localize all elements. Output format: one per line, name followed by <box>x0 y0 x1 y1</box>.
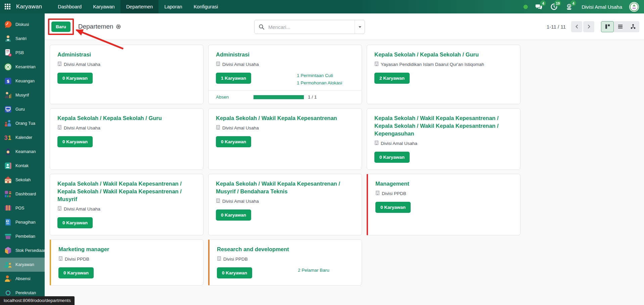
department-card-body: Kepala Sekolah / Wakil Kepala Kepesantre… <box>209 109 362 169</box>
kanban-view-button[interactable] <box>601 21 614 32</box>
gear-icon[interactable] <box>116 24 121 30</box>
department-card[interactable]: Kepala Sekolah / Wakil Kepala Kepesantre… <box>208 174 362 235</box>
sidebar-item-label: Stok Persediaan <box>15 248 45 253</box>
sidebar-item-keamanan[interactable]: Keamanan <box>0 145 45 159</box>
sidebar-item-pembelian[interactable]: Pembelian <box>0 229 45 243</box>
sidebar-item-penagihan[interactable]: $Penagihan <box>0 215 45 229</box>
page-title: Departemen <box>78 23 113 30</box>
department-company: Yayasan Pendidikan Islam Daarul Qur'an I… <box>374 62 513 67</box>
department-card[interactable]: Marketing managerDivisi PPDB0 Karyawan <box>50 239 203 285</box>
department-card[interactable]: Kepala Sekolah / Wakil Kepala Kepesantre… <box>208 108 362 170</box>
department-name[interactable]: Kepala Sekolah / Wakil Kepala Kepesantre… <box>216 114 354 122</box>
department-name[interactable]: Kepala Sekolah / Wakil Kepala Kepesantre… <box>57 180 196 203</box>
keamanan-icon <box>4 147 12 156</box>
user-avatar[interactable] <box>629 2 639 12</box>
nav-menu-departemen[interactable]: Departemen <box>121 0 159 13</box>
new-record-button[interactable]: Baru <box>51 22 71 32</box>
department-card[interactable]: Kepala Sekolah / Wakil Kepala Kepesantre… <box>50 174 203 235</box>
hierarchy-view-button[interactable] <box>627 21 639 32</box>
department-card[interactable]: Kepala Sekolah / Kepala Sekolah / GuruYa… <box>367 45 520 104</box>
department-company: Divisi Amal Usaha <box>57 62 196 67</box>
department-name[interactable]: Kepala Sekolah / Kepala Sekolah / Guru <box>374 51 513 59</box>
building-icon <box>57 206 62 212</box>
nav-menu-laporan[interactable]: Laporan <box>158 0 188 13</box>
search-bar[interactable] <box>254 20 365 34</box>
employee-count-button[interactable]: 0 Karyawan <box>57 73 93 84</box>
department-card-main: 0 Karyawan <box>375 202 513 213</box>
department-name[interactable]: Kepala Sekolah / Wakil Kepala Kepesantre… <box>216 180 354 195</box>
department-company-label: Divisi Amal Usaha <box>222 62 259 67</box>
department-name[interactable]: Management <box>375 180 513 188</box>
department-name[interactable]: Administrasi <box>57 51 196 59</box>
nav-menu-karyawan[interactable]: Karyawan <box>87 0 120 13</box>
department-card[interactable]: ManagementDivisi PPDB0 Karyawan <box>367 174 520 235</box>
list-view-button[interactable] <box>614 21 627 32</box>
department-card[interactable]: Research and developmentDivisi PPDB0 Kar… <box>208 239 362 285</box>
pager-previous-button[interactable] <box>571 21 582 32</box>
search-dropdown-toggle[interactable] <box>355 20 365 34</box>
sidebar-item-dashboard[interactable]: Dashboard <box>0 187 45 201</box>
employee-count-button[interactable]: 0 Karyawan <box>58 267 94 278</box>
employee-count-button[interactable]: 0 Karyawan <box>57 136 93 147</box>
santri-icon <box>4 34 12 43</box>
sidebar-item-guru[interactable]: Guru <box>0 102 45 116</box>
sidebar-item-label: Karyawan <box>15 262 34 267</box>
sidebar-item-pos[interactable]: POS <box>0 201 45 215</box>
building-icon <box>216 125 220 130</box>
sidebar-item-absensi[interactable]: Absensi <box>0 272 45 286</box>
sidebar-item-orang-tua[interactable]: Orang Tua <box>0 116 45 130</box>
sidebar-item-kontak[interactable]: Kontak <box>0 159 45 173</box>
employee-count-button[interactable]: 2 Karyawan <box>374 73 410 84</box>
svg-text:$: $ <box>568 5 570 8</box>
nav-menu-dashboard[interactable]: Dashboard <box>52 0 87 13</box>
company-switcher[interactable]: Divisi Amal Usaha <box>582 4 622 10</box>
kanban-activity-links: 2 Pelamar Baru <box>298 268 329 273</box>
department-card[interactable]: AdministrasiDivisi Amal Usaha1 Karyawan1… <box>208 45 362 104</box>
employee-count-button[interactable]: 0 Karyawan <box>375 202 411 213</box>
kanban-link-1-permintaan-cuti[interactable]: 1 Permintaan Cuti <box>297 73 342 78</box>
department-name[interactable]: Kepala Sekolah / Wakil Kepala Kepesantre… <box>374 114 513 138</box>
nav-menu-konfigurasi[interactable]: Konfigurasi <box>188 0 224 13</box>
sidebar-item-kalender[interactable]: 31Kalender <box>0 130 45 145</box>
employee-count-button[interactable]: 1 Karyawan <box>216 73 251 84</box>
sidebar-item-kesantrian[interactable]: Kesantrian <box>0 60 45 74</box>
sidebar-item-psb[interactable]: PSB <box>0 46 45 60</box>
sidebar-item-diskusi[interactable]: Diskusi <box>0 17 45 32</box>
app-brand[interactable]: Karyawan <box>16 0 42 13</box>
karyawan-icon <box>4 260 12 269</box>
department-card[interactable]: Kepala Sekolah / Kepala Sekolah / GuruDi… <box>50 108 203 170</box>
department-company-label: Divisi Amal Usaha <box>64 62 100 67</box>
employee-count-button[interactable]: 0 Karyawan <box>57 217 93 228</box>
department-card-body: Kepala Sekolah / Kepala Sekolah / GuruYa… <box>367 45 520 104</box>
sidebar-item-santri[interactable]: Santri <box>0 32 45 46</box>
department-card[interactable]: Kepala Sekolah / Wakil Kepala Kepesantre… <box>367 108 520 170</box>
sidebar-item-musyrif[interactable]: Musyrif <box>0 88 45 102</box>
kanban-link-1-permohonan-alokasi[interactable]: 1 Permohonan Alokasi <box>297 80 342 85</box>
employee-count-button[interactable]: 0 Karyawan <box>216 136 251 147</box>
sidebar-item-karyawan[interactable]: Karyawan <box>0 258 45 272</box>
kalender-icon: 31 <box>4 133 12 142</box>
money-request-icon[interactable]: $ 4 <box>565 3 573 11</box>
sidebar-item-sekolah[interactable]: Sekolah <box>0 173 45 187</box>
activities-clock-icon[interactable]: 19 <box>550 3 558 11</box>
department-name[interactable]: Marketing manager <box>58 245 196 253</box>
attendance-progressbar <box>254 95 304 99</box>
search-input[interactable] <box>268 24 355 30</box>
department-name[interactable]: Kepala Sekolah / Kepala Sekolah / Guru <box>57 114 196 122</box>
kanban-link-2-pelamar-baru[interactable]: 2 Pelamar Baru <box>298 268 329 273</box>
psb-icon <box>4 48 12 57</box>
employee-count-button[interactable]: 0 Karyawan <box>374 152 410 163</box>
employee-count-button[interactable]: 0 Karyawan <box>216 209 251 221</box>
apps-grid-icon[interactable] <box>5 4 10 9</box>
employee-count-button[interactable]: 0 Karyawan <box>217 267 252 278</box>
sekolah-icon <box>4 176 12 184</box>
messages-icon[interactable]: 4 <box>535 3 543 11</box>
pager-next-button[interactable] <box>583 21 594 32</box>
department-name[interactable]: Research and development <box>217 245 354 253</box>
department-name[interactable]: Administrasi <box>216 51 354 59</box>
sidebar-item-stok-persediaan[interactable]: Stok Persediaan <box>0 243 45 258</box>
department-card[interactable]: AdministrasiDivisi Amal Usaha0 Karyawan <box>50 45 203 104</box>
guru-icon <box>4 105 12 114</box>
kesantrian-icon <box>4 63 12 71</box>
sidebar-item-keuangan[interactable]: $Keuangan <box>0 74 45 88</box>
